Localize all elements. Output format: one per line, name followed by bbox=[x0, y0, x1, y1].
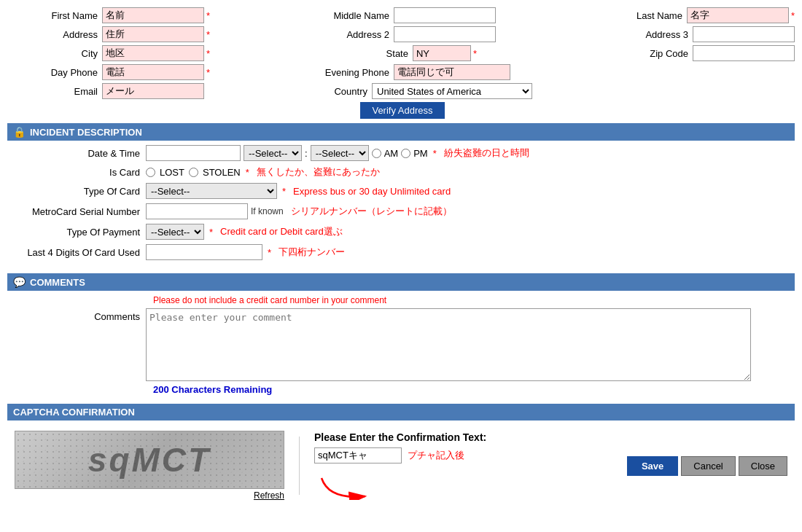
middle-name-input[interactable] bbox=[394, 7, 496, 23]
form-container: First Name * Middle Name Last Name * Add… bbox=[0, 0, 802, 514]
evening-phone-input[interactable] bbox=[394, 64, 510, 80]
city-state-row: City * State * Zip Code bbox=[7, 45, 795, 61]
date-time-label: Date & Time bbox=[15, 148, 146, 159]
address-group: Address * bbox=[7, 26, 270, 42]
is-card-label: Is Card bbox=[15, 167, 146, 178]
city-group: City * bbox=[7, 45, 270, 61]
lost-radio[interactable] bbox=[146, 168, 155, 177]
serial-label: MetroCard Serial Number bbox=[15, 206, 146, 217]
is-card-row: Is Card LOST STOLEN * 無くしたか、盗難にあったか bbox=[15, 165, 787, 179]
last4-controls: * 下四桁ナンバー bbox=[146, 244, 345, 260]
payment-required: * bbox=[209, 227, 213, 238]
evening-phone-group: Evening Phone bbox=[270, 64, 532, 80]
city-required: * bbox=[206, 48, 210, 59]
last4-label: Last 4 Digits Of Card Used bbox=[15, 247, 146, 258]
lost-label: LOST bbox=[160, 167, 184, 178]
address-input[interactable] bbox=[102, 26, 204, 42]
colon-separator: : bbox=[305, 148, 308, 159]
captcha-section-header: CAPTCHA CONFIRMATION bbox=[7, 404, 795, 420]
serial-input[interactable] bbox=[146, 203, 248, 219]
pm-label: PM bbox=[413, 148, 428, 159]
evening-phone-label: Evening Phone bbox=[292, 67, 394, 78]
serial-controls: If known シリアルナンバー（レシートに記載） bbox=[146, 203, 452, 219]
incident-section-header: 🔒 INCIDENT DESCRIPTION bbox=[7, 123, 795, 141]
hour-select[interactable]: --Select-- bbox=[244, 145, 302, 161]
last4-annotation: 下四桁ナンバー bbox=[279, 246, 345, 259]
comments-section: Please do not include a credit card numb… bbox=[7, 295, 795, 399]
city-input[interactable] bbox=[102, 45, 204, 61]
address-row: Address * Address 2 Address 3 bbox=[7, 26, 795, 42]
country-group: Country United States of America bbox=[270, 83, 532, 99]
last-name-required: * bbox=[791, 10, 795, 21]
type-card-row: Type Of Card --Select-- * Express bus or… bbox=[15, 183, 787, 199]
last4-row: Last 4 Digits Of Card Used * 下四桁ナンバー bbox=[15, 244, 787, 260]
comments-section-header: 💬 COMMENTS bbox=[7, 273, 795, 291]
am-radio[interactable] bbox=[372, 149, 381, 158]
iscard-required: * bbox=[246, 167, 249, 178]
day-phone-required: * bbox=[206, 67, 210, 78]
comments-notice: Please do not include a credit card numb… bbox=[153, 295, 787, 305]
zip-input[interactable] bbox=[693, 45, 795, 61]
email-country-row: Email Country United States of America bbox=[7, 83, 795, 99]
address3-input[interactable] bbox=[693, 26, 795, 42]
payment-controls: --Select-- * Credit card or Debit card選ぶ bbox=[146, 224, 343, 240]
address2-input[interactable] bbox=[394, 26, 496, 42]
stolen-label: STOLEN bbox=[203, 167, 241, 178]
cancel-button[interactable]: Cancel bbox=[681, 456, 735, 476]
address3-label: Address 3 bbox=[620, 29, 693, 40]
country-select[interactable]: United States of America bbox=[372, 83, 532, 99]
if-known: If known bbox=[251, 206, 284, 216]
name-row: First Name * Middle Name Last Name * bbox=[7, 7, 795, 23]
comments-textarea[interactable] bbox=[146, 308, 751, 381]
captcha-input-row: プチャ記入後 bbox=[314, 447, 486, 463]
payment-label: Type Of Payment bbox=[15, 227, 146, 238]
last4-required: * bbox=[268, 247, 271, 258]
incident-title: INCIDENT DESCRIPTION bbox=[30, 127, 142, 138]
middle-name-group: Middle Name bbox=[270, 7, 532, 23]
am-label: AM bbox=[384, 148, 399, 159]
comments-icon: 💬 bbox=[13, 276, 26, 288]
pm-radio[interactable] bbox=[401, 149, 410, 158]
close-button[interactable]: Close bbox=[739, 456, 787, 476]
type-card-select[interactable]: --Select-- bbox=[146, 183, 277, 199]
address2-group: Address 2 bbox=[270, 26, 532, 42]
captcha-divider bbox=[299, 437, 300, 495]
save-button[interactable]: Save bbox=[627, 456, 678, 476]
stolen-radio[interactable] bbox=[189, 168, 198, 177]
payment-row: Type Of Payment --Select-- * Credit card… bbox=[15, 224, 787, 240]
type-card-controls: --Select-- * Express bus or 30 day Unlim… bbox=[146, 183, 451, 199]
serial-row: MetroCard Serial Number If known シリアルナンバ… bbox=[15, 203, 787, 219]
email-group: Email bbox=[7, 83, 270, 99]
first-name-label: First Name bbox=[7, 10, 102, 21]
first-name-required: * bbox=[206, 10, 210, 21]
zip-label: Zip Code bbox=[620, 48, 693, 59]
middle-name-label: Middle Name bbox=[306, 10, 394, 21]
type-card-label: Type Of Card bbox=[15, 186, 146, 197]
last-name-input[interactable] bbox=[687, 7, 789, 23]
refresh-link[interactable]: Refresh bbox=[254, 490, 284, 501]
payment-select[interactable]: --Select-- bbox=[146, 224, 204, 240]
bottom-buttons: Save Cancel Close bbox=[627, 456, 787, 476]
lost-stolen-group: LOST STOLEN bbox=[146, 167, 241, 178]
state-input[interactable] bbox=[413, 45, 471, 61]
minute-select[interactable]: --Select-- bbox=[311, 145, 369, 161]
address3-group: Address 3 bbox=[532, 26, 795, 42]
captcha-input[interactable] bbox=[314, 447, 402, 463]
captcha-instruction: Please Enter the Confirmation Text: bbox=[314, 431, 486, 443]
incident-icon: 🔒 bbox=[13, 126, 26, 138]
am-pm-group: AM PM bbox=[372, 148, 428, 159]
captcha-image: sqMCT bbox=[15, 431, 284, 489]
city-label: City bbox=[7, 48, 102, 59]
email-input[interactable] bbox=[102, 83, 204, 99]
is-card-controls: LOST STOLEN * 無くしたか、盗難にあったか bbox=[146, 165, 380, 179]
last4-input[interactable] bbox=[146, 244, 262, 260]
verify-row: Verify Address bbox=[7, 102, 795, 119]
verify-address-button[interactable]: Verify Address bbox=[360, 102, 444, 119]
is-card-annotation: 無くしたか、盗難にあったか bbox=[257, 165, 380, 179]
first-name-input[interactable] bbox=[102, 7, 204, 23]
day-phone-input[interactable] bbox=[102, 64, 204, 80]
captcha-title: CAPTCHA CONFIRMATION bbox=[13, 407, 135, 418]
day-phone-group: Day Phone * bbox=[7, 64, 270, 80]
date-annotation: 紛失盗難の日と時間 bbox=[444, 146, 529, 160]
date-input[interactable] bbox=[146, 145, 241, 161]
